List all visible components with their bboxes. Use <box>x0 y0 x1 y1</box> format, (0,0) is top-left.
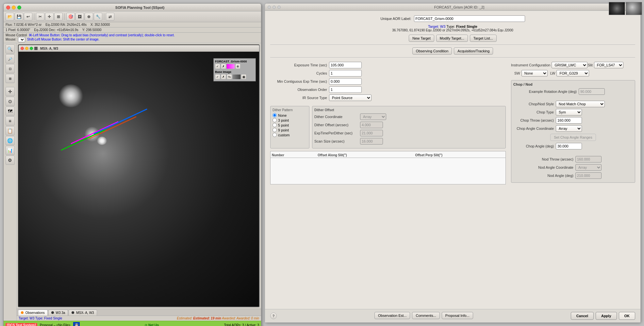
maximize-button[interactable] <box>17 6 21 9</box>
list-icon[interactable]: ≡ <box>6 116 15 126</box>
save-btn[interactable]: 💾 <box>15 13 23 21</box>
base-color[interactable] <box>233 75 240 79</box>
open-btn[interactable]: 📂 <box>6 13 14 21</box>
cut-btn[interactable]: ✂ <box>36 13 44 21</box>
zoom-in-icon[interactable]: 🔍 <box>6 44 15 54</box>
thumbnail-1[interactable] <box>609 2 625 15</box>
mouse-select[interactable] <box>18 37 25 42</box>
main-area: 🔍 🔎 ⊡ ⊞ ✛ ⊙ 🗺 ≡ 📋 🌐 📊 ⚙ MSX- A, W3 <box>4 43 261 321</box>
astronomical-image[interactable]: FORCAST_Grism-0000 ✓ ✗ ⊕ Base Image ✓ ✗ <box>19 52 259 307</box>
chopnod-style-select[interactable]: Nod Match Chop 2-Point Chop 3-Point Chop <box>556 101 605 107</box>
sub-max-btn[interactable] <box>30 47 33 50</box>
tab-observations[interactable]: Observations <box>18 310 48 316</box>
crosshair-btn[interactable]: ✛ <box>45 13 54 21</box>
proposal-info-button[interactable]: Proposal Info... <box>442 312 473 319</box>
nebula-background <box>19 52 259 307</box>
zoom-fit-icon[interactable]: ⊡ <box>6 64 15 73</box>
circle-tool-icon[interactable]: ⊙ <box>6 97 15 106</box>
slit-select[interactable]: FOR_LS47 <box>594 62 623 68</box>
zoom-full-icon[interactable]: ⊞ <box>6 74 15 83</box>
base-check-btn[interactable]: ✓ <box>215 74 220 79</box>
observation-est-button[interactable]: Observation Est... <box>374 312 410 319</box>
close-button[interactable] <box>6 6 10 9</box>
min-cont-input[interactable] <box>329 78 362 85</box>
obs-order-label: Observation Order <box>270 88 329 92</box>
chop-throw-row: Chop Throw (arcsec) <box>513 117 633 124</box>
tab-msx-w3[interactable]: MSX- A, W3 <box>69 310 97 316</box>
sub-min-btn[interactable] <box>25 47 28 50</box>
tool-btn[interactable]: 🔧 <box>94 13 102 21</box>
settings-icon[interactable]: ⚙ <box>6 156 15 165</box>
dither-3pt-row: 3 point <box>272 118 307 122</box>
dither-3pt-radio[interactable] <box>272 118 277 122</box>
aor-label: Unique AOR Label: <box>380 17 411 21</box>
thumbnail-2[interactable] <box>626 2 642 15</box>
dither-custom-radio[interactable] <box>272 133 277 137</box>
globe-icon[interactable]: 🌐 <box>6 136 15 145</box>
chop-angle-coord-row: Chop Angle Coordinate Array Equatorial H… <box>513 125 633 132</box>
undo-btn[interactable]: ↩ <box>24 13 32 21</box>
dither-5pt-radio[interactable] <box>272 123 277 127</box>
help-button[interactable]: ? <box>270 313 277 319</box>
chop-angle-coord-label: Chop Angle Coordinate <box>513 127 556 130</box>
chart-icon[interactable]: 📊 <box>6 146 15 155</box>
dither-none-radio[interactable] <box>272 113 277 117</box>
ir-source-select[interactable]: Point Source Extended Source <box>329 94 372 101</box>
overlay-color-1[interactable] <box>227 64 235 69</box>
sub-close-btn[interactable] <box>21 47 24 50</box>
zoom-out-icon[interactable]: 🔎 <box>6 54 15 63</box>
save-file-icon[interactable]: 💾 <box>73 322 80 326</box>
modify-target-button[interactable]: Modify Target... <box>436 35 468 42</box>
calendar-icon[interactable]: 📋 <box>6 126 15 135</box>
overlay-circle-btn[interactable]: ⊕ <box>235 64 240 69</box>
sw-select[interactable]: None <box>521 70 548 77</box>
dither-9pt-label: 9 point <box>278 128 289 132</box>
lw-select[interactable]: FOR_G329 <box>556 70 589 77</box>
set-chop-btn-row: Set Chop Angle Ranges <box>513 134 633 141</box>
chop-angle-coord-select[interactable]: Array Equatorial Horizon <box>556 125 582 132</box>
cycles-input[interactable] <box>329 70 362 77</box>
apply-button[interactable]: Apply <box>596 312 617 320</box>
aor-input[interactable] <box>414 15 525 22</box>
col-left: Exposure Time (sec) Cycles Min Contiguou… <box>270 60 506 184</box>
refresh-btn[interactable]: ⇄ <box>106 13 114 21</box>
table-header-number: Number <box>271 153 316 158</box>
chop-angle-input[interactable] <box>556 143 582 149</box>
base-percent-btn[interactable]: % <box>227 74 232 79</box>
acquisition-tracking-button[interactable]: Acquisition/Tracking <box>454 47 493 55</box>
map-icon[interactable]: 🗺 <box>6 107 15 116</box>
chop-throw-input[interactable] <box>556 117 582 124</box>
tab-w3-3a[interactable]: W3 3a <box>48 310 68 316</box>
grid-btn[interactable]: ⊞ <box>54 13 63 21</box>
target-btn[interactable]: 🎯 <box>66 13 75 21</box>
obs-order-input[interactable] <box>329 86 362 93</box>
crosshair2-btn[interactable]: ⊕ <box>85 13 93 21</box>
new-target-button[interactable]: New Target <box>409 35 434 42</box>
exposure-time-input[interactable] <box>329 62 362 68</box>
x-coord-display: X: 352.50000 <box>91 23 110 26</box>
status-bar: Target: W3 Type: Fixed Single Estimated:… <box>17 316 261 321</box>
ok-button[interactable]: OK <box>619 312 636 320</box>
observing-condition-button[interactable]: Observing Condition <box>412 47 452 55</box>
base-x-btn[interactable]: ✗ <box>221 74 226 79</box>
image-btn[interactable]: 🖼 <box>75 13 84 21</box>
scan-size-input <box>360 138 383 145</box>
overlay-x-btn[interactable]: ✗ <box>221 64 226 69</box>
set-chop-angle-ranges-button[interactable]: Set Chop Angle Ranges <box>550 134 596 141</box>
instrument-config-select[interactable]: GRISM_LWC <box>552 62 587 68</box>
dither-9pt-radio[interactable] <box>272 128 277 132</box>
crosshair-tool-icon[interactable]: ✛ <box>6 87 15 96</box>
target-list-button[interactable]: Target List... <box>470 35 497 42</box>
cancel-button[interactable]: Cancel <box>571 312 594 320</box>
nod-angle-label: Nod Angle (deg) <box>513 174 575 178</box>
dither-custom-row: custom <box>272 133 307 137</box>
nod-angle-coord-select: Array <box>575 164 602 171</box>
chop-type-select[interactable]: Sym Asym <box>556 109 582 115</box>
status-target: Target: W3 Type: Fixed Single <box>19 317 62 320</box>
target-link[interactable]: Target: W3 <box>428 25 445 28</box>
minimize-button[interactable] <box>12 6 16 9</box>
comments-button[interactable]: Comments... <box>412 312 439 319</box>
number-table: Number Offset Along Slit(") Offset Perp … <box>271 153 505 184</box>
base-bar-btn[interactable]: ▦ <box>241 74 246 79</box>
overlay-check-btn[interactable]: ✓ <box>215 64 220 69</box>
